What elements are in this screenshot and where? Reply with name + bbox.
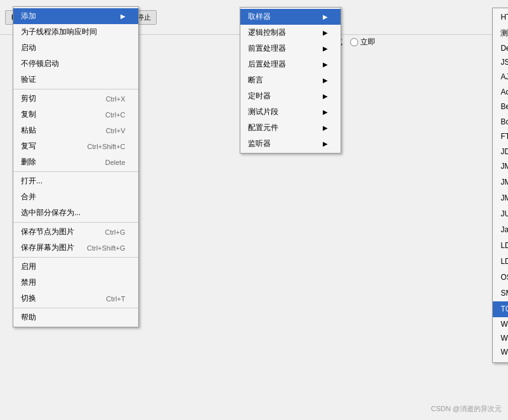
menu-item-save-selection-label: 选中部分保存为... [21, 207, 81, 218]
menu-l2-assert[interactable]: 断言 ▶ [240, 72, 341, 88]
menu-l3-access-log[interactable]: Access Log Sampler [493, 85, 508, 99]
menu-item-delete-label: 删除 [21, 157, 36, 167]
menu-l3-bolt[interactable]: Bolt Request [493, 115, 508, 129]
menu-level3: HTTP请求 测试活动 Debug Sampler JSR223 Sampler [492, 8, 508, 363]
menu-l2-test-fragment-label: 测试片段 [248, 107, 278, 117]
menu-l3-jsr223[interactable]: JSR223 Sampler [493, 55, 508, 69]
menu-l2-pre[interactable]: 前置处理器 ▶ [240, 41, 341, 56]
menu-item-add[interactable]: 添加 ▶ [13, 8, 138, 24]
menu-l3-jms-sub[interactable]: JMS订阅 [493, 190, 508, 206]
menu-l3-test-action[interactable]: 测试活动 [493, 25, 508, 41]
menu-l3-java[interactable]: Java请求 [493, 222, 508, 238]
l2-arrow-assert: ▶ [323, 77, 328, 84]
divider-3 [13, 222, 138, 223]
menu-item-copy[interactable]: 复制 Ctrl+C [13, 107, 138, 122]
menu-item-add-label: 添加 [21, 11, 36, 22]
delete-shortcut: Delete [105, 159, 126, 166]
menu-item-copy-label: 复制 [21, 109, 36, 120]
save-node-shortcut: Ctrl+G [105, 228, 125, 236]
menu-item-duplicate[interactable]: 复写 Ctrl+Shift+C [13, 138, 138, 154]
menu-l3-ajp[interactable]: AJP/1.3 取样器 [493, 69, 508, 85]
watermark: CSDN @消逝的异次元 [431, 404, 502, 414]
menu-item-duplicate-label: 复写 [21, 141, 36, 152]
toggle-shortcut: Ctrl+T [106, 295, 125, 303]
l2-arrow-pre: ▶ [323, 45, 328, 52]
menu-l2-sampler[interactable]: 取样器 ▶ [240, 9, 341, 25]
menu-l2-listener[interactable]: 监听器 ▶ [240, 136, 341, 152]
menu-item-cut-label: 剪切 [21, 93, 36, 104]
menu-item-paste-label: 粘贴 [21, 125, 36, 136]
menu-l3-http-label: HTTP请求 [500, 12, 508, 23]
menu-l2-logic[interactable]: 逻辑控制器 ▶ [240, 25, 341, 41]
menu-item-start-no-pause[interactable]: 不停顿启动 [13, 56, 138, 72]
menu-l3-jdbc[interactable]: JDBC Request [493, 145, 508, 159]
menu-l2-logic-label: 逻辑控制器 [248, 27, 286, 38]
menu-item-help-label: 帮助 [21, 312, 36, 323]
menu-l3-java-label: Java请求 [500, 225, 508, 235]
menu-l3-debug[interactable]: Debug Sampler [493, 41, 508, 55]
save-screen-shortcut: Ctrl+Shift+G [87, 244, 126, 252]
menu-l3-ws-close-label: WebSocket Close [500, 320, 508, 329]
divider-5 [13, 308, 138, 308]
menu-item-add-response-time[interactable]: 为子线程添加响应时间 [13, 24, 138, 40]
menu-l3-ws-close[interactable]: WebSocket Close [493, 317, 508, 331]
menu-l2-config[interactable]: 配置元件 ▶ [240, 120, 341, 136]
menu-l3-smtp-label: SMTP取样器 [500, 288, 508, 299]
menu-l3-beanshell-label: BeanShell 取样器 [500, 102, 508, 112]
menu-item-validate-label: 验证 [21, 74, 36, 85]
l2-arrow-test-fragment: ▶ [323, 108, 328, 115]
menu-l2-config-label: 配置元件 [248, 122, 278, 133]
menu-l3-ws-ping-label: WebSocket Ping/Pong [500, 348, 508, 357]
menu-l3-os[interactable]: OS进程取样器 [493, 270, 508, 285]
menu-item-enable[interactable]: 启用 [13, 259, 138, 275]
copy-shortcut: Ctrl+C [105, 111, 125, 119]
menu-item-save-node-img[interactable]: 保存节点为图片 Ctrl+G [13, 224, 138, 240]
menu-l3-junit[interactable]: JUnit请求 [493, 206, 508, 222]
menu-l3-smtp[interactable]: SMTP取样器 [493, 285, 508, 301]
menu-item-toggle[interactable]: 切换 Ctrl+T [13, 291, 138, 306]
divider-4 [13, 257, 138, 258]
menu-l3-jms-p2p[interactable]: JMS点到点 [493, 174, 508, 190]
l2-arrow-sampler: ▶ [323, 13, 328, 20]
menu-item-merge-label: 合并 [21, 192, 36, 202]
menu-item-save-screen-img[interactable]: 保存屏幕为图片 Ctrl+Shift+G [13, 240, 138, 256]
menu-l3-ldap-ext[interactable]: LDAP扩展请求默认值 [493, 238, 508, 254]
menu-item-help[interactable]: 帮助 [13, 310, 138, 325]
menu-l3-beanshell[interactable]: BeanShell 取样器 [493, 99, 508, 115]
menu-l3-ftp[interactable]: FTP请求 [493, 129, 508, 145]
menu-l3-ftp-label: FTP请求 [500, 131, 508, 142]
menu-item-save-node-img-label: 保存节点为图片 [21, 226, 74, 237]
divider-1 [13, 89, 138, 89]
menu-item-open[interactable]: 打开... [13, 173, 138, 189]
l2-arrow-post: ▶ [323, 61, 328, 68]
menu-l2-test-fragment[interactable]: 测试片段 ▶ [240, 104, 341, 120]
menu-l3-ldap[interactable]: LDAP请求 [493, 254, 508, 270]
menu-l2-timer-label: 定时器 [248, 91, 271, 102]
menu-l3-ajp-label: AJP/1.3 取样器 [500, 72, 508, 82]
menu-l3-ws-ping[interactable]: WebSocket Ping/Pong [493, 345, 508, 359]
menu-l3-jms-pub[interactable]: JMS发布 [493, 159, 508, 174]
menu-item-save-selection[interactable]: 选中部分保存为... [13, 205, 138, 221]
arrow-icon: ▶ [120, 13, 126, 20]
menu-l3-test-action-label: 测试活动 [500, 28, 508, 39]
menu-l2-post[interactable]: 后置处理器 ▶ [240, 56, 341, 72]
menu-l2-timer[interactable]: 定时器 ▶ [240, 88, 341, 104]
menu-item-merge[interactable]: 合并 [13, 189, 138, 205]
menu-item-add-response-time-label: 为子线程添加响应时间 [21, 27, 97, 37]
submenu-level2-wrapper: 取样器 ▶ 逻辑控制器 ▶ 前置处理器 ▶ 后置处理器 ▶ 断言 ▶ [138, 7, 240, 154]
menu-l3-jms-p2p-label: JMS点到点 [500, 177, 508, 188]
menu-l3-ldap-label: LDAP请求 [500, 256, 508, 267]
menu-l3-ws-open[interactable]: WebSocket Open Connection [493, 331, 508, 345]
menu-item-cut[interactable]: 剪切 Ctrl+X [13, 91, 138, 107]
menu-item-start[interactable]: 启动 [13, 40, 138, 56]
menu-item-paste[interactable]: 粘贴 Ctrl+V [13, 122, 138, 138]
menu-item-disable[interactable]: 禁用 [13, 275, 138, 291]
divider-2 [13, 171, 138, 172]
menu-l3-http[interactable]: HTTP请求 [493, 10, 508, 25]
menu-item-delete[interactable]: 删除 Delete [13, 154, 138, 170]
menu-l3-ws-sampler[interactable]: WebSocket Sampler [493, 359, 508, 363]
menu-item-enable-label: 启用 [21, 261, 36, 272]
menu-l3-os-label: OS进程取样器 [500, 272, 508, 283]
menu-l3-tcp[interactable]: TCP取样器 ◀ [493, 301, 508, 317]
menu-item-validate[interactable]: 验证 [13, 72, 138, 88]
